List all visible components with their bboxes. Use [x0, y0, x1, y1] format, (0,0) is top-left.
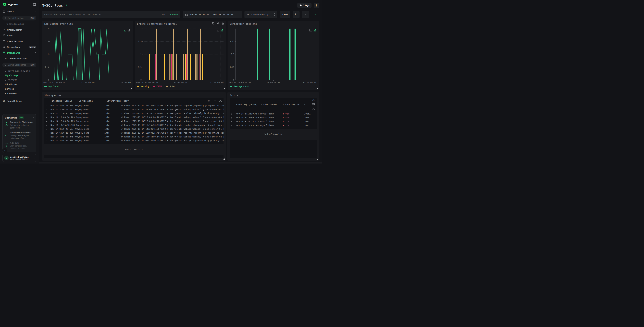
code-view-icon[interactable]: </> [312, 99, 315, 101]
table-row[interactable]: Nov 14 12:00:00.789 PMmysql-demoinfo# Ti… [44, 119, 224, 123]
sidebar-item-client-sessions[interactable]: Client Sessions [0, 38, 39, 44]
sql-toggle[interactable]: SQL [162, 13, 166, 16]
wrap-lines-icon[interactable] [312, 103, 315, 105]
resize-handle[interactable] [131, 87, 132, 89]
table-row[interactable]: Nov 14 4:23:45.567 AMmysql-demoerror2025… [230, 123, 316, 127]
bar-warning[interactable] [149, 54, 150, 80]
table-row[interactable]: Nov 14 1:15:00.789 PMmysql-demoerror2025… [230, 116, 316, 120]
drag-handle-icon[interactable]: ⠿ [283, 104, 284, 106]
legend-item[interactable]: Warning [137, 85, 149, 88]
line-chart-toggle-icon[interactable] [309, 29, 312, 32]
edit-icon[interactable] [217, 22, 219, 25]
duplicate-icon[interactable] [212, 22, 214, 25]
bar-message-count[interactable] [257, 29, 258, 80]
bottom-scroll-track[interactable] [39, 162, 322, 164]
task-create-data-sources[interactable]: Create Data Sources Configure where your… [5, 131, 34, 140]
sidebar-item-chart-explorer[interactable]: Chart Explorer [0, 27, 39, 33]
bar-note[interactable] [176, 54, 177, 80]
create-dashboard-button[interactable]: + Create Dashboard [0, 56, 39, 61]
drag-handle-icon[interactable]: ⠿ [121, 100, 122, 102]
col-timestamp[interactable]: Timestamp (Local) [49, 100, 76, 102]
table-row[interactable]: Nov 14 6:00:15.456 AMmysql-demoinfo# Tim… [44, 131, 224, 135]
drag-handle-icon[interactable]: ⠿ [76, 100, 78, 102]
table-row[interactable]: Nov 14 8:30:15.123 AMmysql-demoerror2025… [230, 120, 316, 123]
drag-handle-icon[interactable]: ⠿ [304, 104, 305, 106]
bar-message-count[interactable] [294, 29, 296, 80]
expand-row-icon[interactable] [44, 139, 49, 142]
sidebar-item-team-settings[interactable]: ⚙ Team Settings [0, 98, 39, 104]
col-severitytext[interactable]: ⠿SeverityText [283, 103, 304, 106]
expand-row-icon[interactable] [44, 132, 49, 134]
table-row[interactable]: Nov 14 5:15:30.456 PMmysql-demoerror2025… [230, 112, 316, 116]
expand-row-icon[interactable] [230, 116, 234, 119]
refresh-button[interactable]: ↻ [293, 11, 300, 18]
saved-searches-input[interactable]: Saved Searches ⌘K [2, 16, 36, 21]
expand-row-icon[interactable] [44, 128, 49, 130]
table-row[interactable]: Nov 14 8:30:45.567 AMmysql-demoinfo# Tim… [44, 127, 224, 131]
filter-button[interactable] [302, 11, 309, 18]
bar-chart-toggle-icon[interactable] [314, 29, 316, 32]
sidebar-item-dashboards[interactable]: Dashboards [0, 50, 39, 56]
sidebar-item-clickhouse[interactable]: ClickHouse [0, 82, 39, 87]
section-saved-dashboards[interactable]: SAVED DASHBOARDS [0, 69, 39, 73]
sidebar-item-services[interactable]: Services [0, 87, 39, 91]
granularity-select[interactable]: Auto Granularity [244, 11, 277, 18]
panel-menu-button[interactable]: ⋮ [314, 3, 319, 8]
bar-error[interactable] [171, 54, 172, 80]
resize-handle[interactable] [224, 87, 225, 89]
drag-handle-icon[interactable]: ⠿ [104, 100, 106, 102]
download-icon[interactable] [219, 100, 222, 102]
bar-warning[interactable] [202, 54, 203, 80]
saved-dashboards-input[interactable]: Saved Dashboards ⌘K [2, 63, 36, 67]
run-query-button[interactable] [312, 11, 319, 18]
chevron-up-icon[interactable] [35, 52, 36, 54]
task-connect-clickhouse[interactable]: Connect to ClickHouse Set up your databa… [5, 121, 34, 129]
bar-message-count[interactable] [269, 29, 270, 80]
bar-note[interactable] [195, 54, 196, 80]
legend-item[interactable]: Log Count [44, 85, 59, 88]
table-row[interactable]: Nov 14 4:15:45.234 PMmysql-demoinfo# Tim… [44, 104, 224, 108]
expand-row-icon[interactable] [230, 120, 234, 123]
sidebar-item-service-map[interactable]: Service Map BETA [0, 44, 39, 50]
bar-note[interactable] [183, 54, 184, 80]
resize-handle[interactable] [316, 87, 318, 89]
bar-warning[interactable] [190, 54, 191, 80]
tags-button[interactable]: 0 Tags [297, 3, 312, 8]
bar-note[interactable] [200, 29, 201, 80]
expand-row-icon[interactable] [44, 120, 49, 122]
table-row[interactable]: Nov 14 2:15:30.234 AMmysql-demoinfo# Tim… [44, 139, 224, 143]
user-menu[interactable]: D dominic.tran@clic... dominic.tran@clic… [2, 154, 36, 162]
col-servicename[interactable]: ⠿ServiceName [261, 103, 283, 106]
table-row[interactable]: Nov 14 4:45:00.345 AMmysql-demoinfo# Tim… [44, 135, 224, 139]
help-button[interactable]: ? [2, 148, 7, 153]
expand-row-icon[interactable] [230, 112, 234, 115]
live-button[interactable]: Live [280, 11, 290, 18]
lucene-toggle[interactable]: Lucene [170, 13, 178, 16]
table-row[interactable]: Nov 14 1:30:15.890 PMmysql-demoinfo# Tim… [44, 111, 224, 115]
legend-item[interactable]: Message count [230, 85, 250, 88]
expand-row-icon[interactable] [230, 124, 234, 127]
legend-item[interactable]: Note [166, 85, 174, 88]
code-view-icon[interactable]: </> [208, 100, 211, 102]
table-row[interactable]: Nov 14 10:15:30.678 AMmysql-demoinfo# Ti… [44, 123, 224, 127]
expand-row-icon[interactable] [44, 108, 49, 111]
bar-warning[interactable] [164, 54, 166, 80]
table-row[interactable]: Nov 14 3:00:30.123 PMmysql-demoinfo# Tim… [44, 108, 224, 111]
col-severitytext[interactable]: ⠿SeverityText [104, 100, 121, 102]
date-range-picker[interactable]: Nov 14 00:00:00 - Nov 15 00:00:00 [183, 11, 242, 18]
bar-chart-toggle-icon[interactable] [128, 29, 130, 32]
chevron-up-icon[interactable] [32, 117, 34, 119]
event-search-box[interactable]: SQL | Lucene [42, 11, 180, 18]
col-servicename[interactable]: ⠿ServiceName [76, 100, 104, 102]
event-search-input[interactable] [44, 13, 160, 16]
bar-note[interactable] [187, 29, 188, 80]
bar-note[interactable] [156, 29, 157, 80]
task-add-data[interactable]: Add Data Start sending logs, metrics, or… [5, 142, 34, 150]
bar-note[interactable] [170, 54, 170, 80]
legend-item[interactable]: ERROR [153, 85, 162, 88]
line-chart-toggle-icon[interactable] [216, 29, 219, 32]
col-timestamp[interactable]: Timestamp (Local) [234, 103, 261, 106]
expand-row-icon[interactable] [44, 124, 49, 126]
bar-chart-toggle-icon[interactable] [221, 29, 223, 32]
sidebar-item-alerts[interactable]: Alerts [0, 33, 39, 38]
